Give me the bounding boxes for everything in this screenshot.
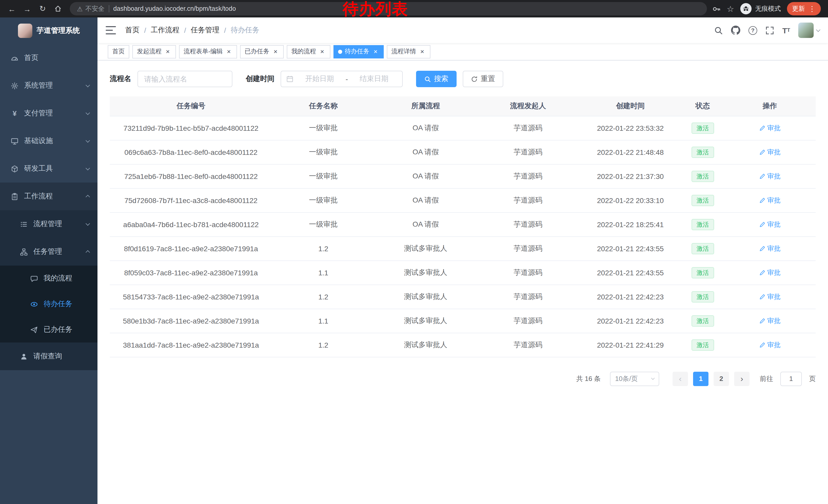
cell-task-id: 73211d9d-7b9b-11ec-b5b7-acde48001122 bbox=[110, 116, 272, 140]
sidebar-item-system[interactable]: 系统管理 bbox=[0, 72, 97, 99]
cell-task-id: a6aba0a4-7b6d-11ec-b781-acde48001122 bbox=[110, 212, 272, 236]
approve-link[interactable]: 审批 bbox=[759, 316, 781, 325]
fullscreen-icon[interactable] bbox=[765, 26, 774, 35]
table-row[interactable]: 069c6a63-7b8a-11ec-8ef0-acde48001122 一级审… bbox=[110, 140, 816, 164]
cell-actions: 审批 bbox=[724, 140, 816, 164]
page-size-select[interactable]: 10条/页 bbox=[610, 371, 659, 386]
start-date-placeholder[interactable]: 开始日期 bbox=[296, 74, 342, 84]
cell-task-name: 一级审批 bbox=[272, 116, 374, 140]
cell-actions: 审批 bbox=[724, 333, 816, 357]
cell-created: 2022-01-21 22:43:55 bbox=[579, 236, 681, 261]
search-button[interactable]: 搜索 bbox=[416, 71, 457, 87]
tab-close-icon[interactable]: × bbox=[164, 48, 171, 55]
approve-link[interactable]: 审批 bbox=[759, 340, 781, 350]
sidebar-item-payment[interactable]: ¥ 支付管理 bbox=[0, 99, 97, 127]
table-row[interactable]: 381aa1dd-7ac8-11ec-a9e2-a2380e71991a 1.2… bbox=[110, 333, 816, 357]
status-badge: 激活 bbox=[692, 194, 714, 206]
font-size-icon[interactable]: TT bbox=[782, 27, 790, 34]
next-page-button[interactable]: › bbox=[734, 371, 749, 386]
tab-close-icon[interactable]: × bbox=[272, 48, 279, 55]
status-badge: 激活 bbox=[692, 122, 714, 134]
tab-2[interactable]: 流程表单-编辑× bbox=[179, 45, 237, 58]
tab-6[interactable]: 流程详情× bbox=[387, 45, 430, 58]
tab-1[interactable]: 发起流程× bbox=[132, 45, 176, 58]
column-header-task-id: 任务编号 bbox=[110, 96, 272, 116]
approve-link[interactable]: 审批 bbox=[759, 123, 781, 133]
sidebar-item-workflow[interactable]: 工作流程 bbox=[0, 183, 97, 210]
tab-0[interactable]: 首页 bbox=[108, 45, 129, 58]
sidebar-item-home[interactable]: 首页 bbox=[0, 44, 97, 72]
key-icon[interactable] bbox=[712, 4, 720, 13]
tab-close-icon[interactable]: × bbox=[319, 48, 326, 55]
avatar[interactable] bbox=[798, 22, 814, 38]
tab-4[interactable]: 我的流程× bbox=[287, 45, 330, 58]
tab-close-icon[interactable]: × bbox=[372, 48, 379, 55]
filter-bar: 流程名 创建时间 开始日期 - 结束日期 bbox=[110, 71, 816, 87]
help-icon[interactable]: ? bbox=[748, 26, 757, 35]
approve-link[interactable]: 审批 bbox=[759, 244, 781, 253]
sidebar-item-devtools[interactable]: 研发工具 bbox=[0, 155, 97, 183]
cell-status: 激活 bbox=[681, 236, 724, 261]
breadcrumb: 首页 / 工作流程 / 任务管理 / 待办任务 bbox=[125, 26, 259, 35]
search-icon[interactable] bbox=[714, 26, 723, 35]
breadcrumb-item-workflow[interactable]: 工作流程 bbox=[151, 26, 179, 35]
prev-page-button[interactable]: ‹ bbox=[672, 371, 688, 386]
goto-page-input[interactable] bbox=[780, 371, 802, 386]
breadcrumb-item-home[interactable]: 首页 bbox=[125, 26, 139, 35]
github-icon[interactable] bbox=[731, 26, 740, 35]
table-row[interactable]: 725a1eb6-7b88-11ec-8ef0-acde48001122 一级审… bbox=[110, 164, 816, 188]
cell-task-id: 381aa1dd-7ac8-11ec-a9e2-a2380e71991a bbox=[110, 333, 272, 357]
back-icon[interactable]: ← bbox=[5, 2, 18, 15]
cell-task-name: 一级审批 bbox=[272, 212, 374, 236]
table-row[interactable]: 580e1b3d-7ac8-11ec-a9e2-a2380e71991a 1.1… bbox=[110, 309, 816, 333]
table-row[interactable]: 75d72608-7b7f-11ec-a3c8-acde48001122 一级审… bbox=[110, 188, 816, 212]
sidebar-item-process-management[interactable]: 流程管理 bbox=[0, 210, 97, 238]
sidebar-item-label: 流程管理 bbox=[33, 220, 86, 229]
approve-link[interactable]: 审批 bbox=[759, 220, 781, 229]
user-menu[interactable] bbox=[798, 22, 820, 38]
process-name-input[interactable] bbox=[138, 71, 232, 87]
approve-link[interactable]: 审批 bbox=[759, 172, 781, 181]
table-row[interactable]: 8f0d1619-7ac8-11ec-a9e2-a2380e71991a 1.2… bbox=[110, 236, 816, 261]
url-text[interactable]: dashboard.yudao.iocoder.cn/bpm/task/todo bbox=[113, 5, 236, 12]
column-header-created: 创建时间 bbox=[579, 96, 681, 116]
approve-link[interactable]: 审批 bbox=[759, 147, 781, 156]
reset-button[interactable]: 重置 bbox=[463, 71, 503, 87]
tab-close-icon[interactable]: × bbox=[419, 48, 426, 55]
sidebar-item-done-tasks[interactable]: 已办任务 bbox=[0, 317, 97, 342]
breadcrumb-item-task-management[interactable]: 任务管理 bbox=[191, 26, 219, 35]
task-org-icon bbox=[19, 248, 28, 256]
forward-icon[interactable]: → bbox=[20, 2, 34, 15]
page-button-1[interactable]: 1 bbox=[693, 371, 708, 386]
sidebar-item-label: 请假查询 bbox=[33, 352, 89, 361]
approve-link[interactable]: 审批 bbox=[759, 196, 781, 205]
security-indicator[interactable]: ⚠ 不安全 bbox=[77, 4, 105, 13]
table-row[interactable]: 8f059c03-7ac8-11ec-a9e2-a2380e71991a 1.1… bbox=[110, 261, 816, 284]
sidebar-collapse-icon[interactable] bbox=[106, 26, 116, 34]
browser-menu-icon[interactable]: ⋮ bbox=[809, 5, 816, 12]
app-logo-row[interactable]: 芋道管理系统 bbox=[0, 17, 97, 44]
sidebar-item-leave-query[interactable]: 请假查询 bbox=[0, 342, 97, 370]
table-row[interactable]: a6aba0a4-7b6d-11ec-b781-acde48001122 一级审… bbox=[110, 212, 816, 236]
approve-link[interactable]: 审批 bbox=[759, 292, 781, 301]
reload-icon[interactable]: ↻ bbox=[36, 2, 49, 15]
page-button-2[interactable]: 2 bbox=[714, 371, 729, 386]
table-row[interactable]: 58154733-7ac8-11ec-a9e2-a2380e71991a 1.2… bbox=[110, 284, 816, 309]
end-date-placeholder[interactable]: 结束日期 bbox=[351, 74, 397, 84]
bookmark-star-icon[interactable]: ☆ bbox=[727, 4, 734, 13]
tab-5[interactable]: 待办任务× bbox=[333, 45, 384, 58]
sidebar-item-task-management[interactable]: 任务管理 bbox=[0, 238, 97, 266]
approve-link[interactable]: 审批 bbox=[759, 268, 781, 277]
incognito-badge: 无痕模式 bbox=[740, 3, 781, 14]
cell-task-name: 一级审批 bbox=[272, 164, 374, 188]
sidebar-item-infrastructure[interactable]: 基础设施 bbox=[0, 127, 97, 155]
tab-3[interactable]: 已办任务× bbox=[240, 45, 284, 58]
sidebar-item-my-process[interactable]: 我的流程 bbox=[0, 266, 97, 291]
date-range-picker[interactable]: 开始日期 - 结束日期 bbox=[281, 71, 403, 87]
incognito-icon bbox=[740, 3, 752, 14]
sidebar-item-todo-tasks[interactable]: 待办任务 bbox=[0, 291, 97, 317]
update-button[interactable]: 更新 ⋮ bbox=[787, 2, 821, 15]
table-row[interactable]: 73211d9d-7b9b-11ec-b5b7-acde48001122 一级审… bbox=[110, 116, 816, 140]
tab-close-icon[interactable]: × bbox=[225, 48, 233, 55]
home-icon[interactable] bbox=[51, 2, 65, 15]
